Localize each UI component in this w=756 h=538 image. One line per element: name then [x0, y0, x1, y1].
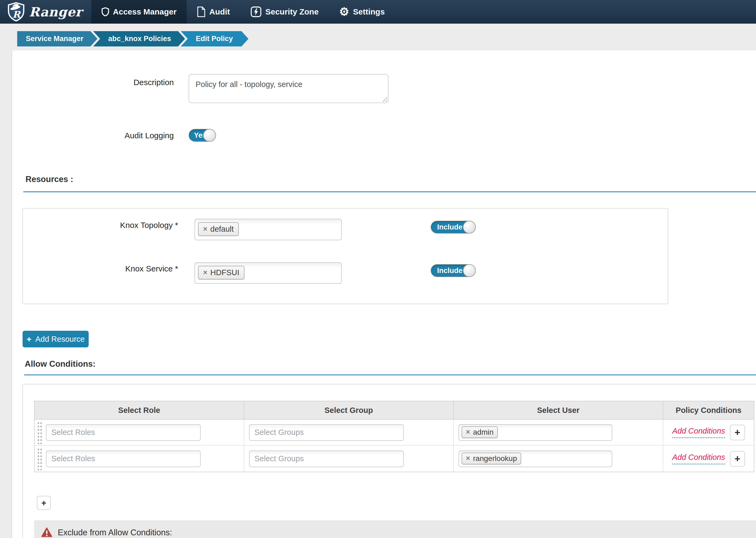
nav-audit[interactable]: Audit [187, 0, 240, 24]
add-conditions-link[interactable]: Add Conditions [672, 427, 725, 438]
ranger-shield-logo-icon: R [8, 2, 25, 22]
toggle-knob-icon [463, 221, 476, 234]
main-nav: Access Manager Audit Security Zone ⚙ Set… [91, 0, 395, 24]
resources-divider [24, 191, 756, 192]
top-navbar: R Ranger Access Manager Audit [0, 0, 756, 24]
remove-tag-icon[interactable]: × [466, 428, 470, 436]
table-row-2-group-cell [244, 446, 454, 472]
breadcrumb: Service Manager abc_knox Policies Edit P… [17, 31, 249, 46]
ranger-brand[interactable]: R Ranger [0, 0, 91, 24]
resources-box: Knox Topology * × default Include Knox S… [22, 208, 668, 304]
resources-heading: Resources : [26, 175, 73, 184]
knox-topology-select[interactable]: × default [195, 219, 342, 240]
audit-logging-toggle[interactable]: Yes [189, 129, 216, 142]
ranger-edit-policy-screen: R Ranger Access Manager Audit [0, 0, 756, 538]
allow-conditions-box: Select Role Select Group Select User Pol… [22, 384, 756, 538]
edit-policy-panel: Description Policy for all - topology, s… [12, 50, 756, 538]
tag-label: rangerlookup [473, 454, 517, 463]
nav-access-manager[interactable]: Access Manager [91, 0, 187, 24]
warning-icon [41, 527, 52, 537]
exclude-from-allow-bar: Exclude from Allow Conditions: [34, 520, 756, 538]
knox-service-select[interactable]: × HDFSUI [195, 262, 342, 284]
table-row-1-conditions-cell: Add Conditions + [663, 420, 754, 446]
description-input[interactable]: Policy for all - topology, service [189, 74, 388, 103]
allow-conditions-heading: Allow Conditions: [25, 359, 95, 369]
drag-handle-icon[interactable] [37, 421, 42, 444]
select-groups-input[interactable] [249, 424, 404, 441]
table-row-1-role-cell [35, 420, 244, 446]
document-icon [197, 6, 205, 17]
nav-item-label: Security Zone [265, 7, 319, 16]
tag-label: default [210, 225, 234, 234]
nav-security-zone[interactable]: Security Zone [240, 0, 329, 24]
bolt-icon [250, 6, 262, 18]
add-conditions-link[interactable]: Add Conditions [672, 453, 725, 464]
knox-service-include-toggle[interactable]: Include [431, 264, 476, 277]
breadcrumb-edit-policy: Edit Policy [181, 31, 249, 46]
allow-conditions-divider [24, 374, 756, 375]
selected-tag: × HDFSUI [198, 266, 245, 280]
svg-text:R: R [12, 9, 21, 20]
add-resource-label: Add Resource [35, 335, 85, 344]
column-header-select-user: Select User [454, 402, 663, 420]
nav-item-label: Audit [209, 7, 230, 16]
nav-settings[interactable]: ⚙ Settings [329, 0, 395, 24]
drag-handle-icon[interactable] [37, 447, 42, 470]
add-permission-row-button[interactable]: + [37, 496, 51, 510]
knox-topology-label: Knox Topology * [23, 221, 178, 230]
knox-service-label: Knox Service * [23, 264, 178, 273]
toggle-knob-icon [463, 264, 476, 277]
select-roles-input[interactable] [46, 451, 201, 467]
tag-label: admin [473, 428, 494, 437]
remove-tag-icon[interactable]: × [466, 455, 470, 462]
nav-item-label: Access Manager [113, 7, 177, 16]
plus-icon: + [27, 335, 32, 343]
permissions-table: Select Role Select Group Select User Pol… [34, 401, 754, 472]
add-resource-button[interactable]: + Add Resource [23, 331, 88, 348]
selected-tag: × default [198, 222, 239, 236]
select-users-input[interactable]: × admin [459, 424, 612, 441]
remove-tag-icon[interactable]: × [203, 269, 207, 276]
table-row-1-user-cell: × admin [454, 420, 663, 446]
table-row-2-role-cell [35, 446, 244, 472]
selected-tag: × admin [462, 426, 498, 438]
tag-label: HDFSUI [210, 268, 239, 277]
remove-tag-icon[interactable]: × [203, 226, 207, 233]
column-header-select-role: Select Role [35, 402, 244, 420]
toggle-label: Include [431, 267, 463, 275]
breadcrumb-service-manager[interactable]: Service Manager [17, 31, 97, 46]
nav-item-label: Settings [353, 7, 385, 16]
select-groups-input[interactable] [249, 451, 404, 467]
audit-logging-label: Audit Logging [12, 131, 174, 140]
description-label: Description [12, 78, 174, 87]
exclude-heading: Exclude from Allow Conditions: [58, 527, 172, 537]
selected-tag: × rangerlookup [462, 453, 521, 464]
add-condition-button[interactable]: + [730, 451, 745, 466]
select-users-input[interactable]: × rangerlookup [459, 451, 612, 467]
breadcrumb-policies[interactable]: abc_knox Policies [93, 31, 185, 46]
brand-title: Ranger [29, 5, 82, 19]
toggle-label: Include [431, 223, 463, 232]
toggle-knob-icon [203, 129, 216, 142]
gear-icon: ⚙ [339, 6, 349, 18]
table-row-1-group-cell [244, 420, 454, 446]
description-field-wrap: Policy for all - topology, service [189, 74, 388, 103]
select-roles-input[interactable] [46, 424, 201, 441]
table-row-2-user-cell: × rangerlookup [454, 446, 663, 472]
column-header-select-group: Select Group [244, 402, 454, 420]
shield-icon [101, 7, 109, 16]
knox-topology-include-toggle[interactable]: Include [431, 221, 476, 234]
column-header-policy-conditions: Policy Conditions [663, 402, 754, 420]
add-condition-button[interactable]: + [730, 425, 745, 440]
table-row-2-conditions-cell: Add Conditions + [663, 446, 754, 472]
